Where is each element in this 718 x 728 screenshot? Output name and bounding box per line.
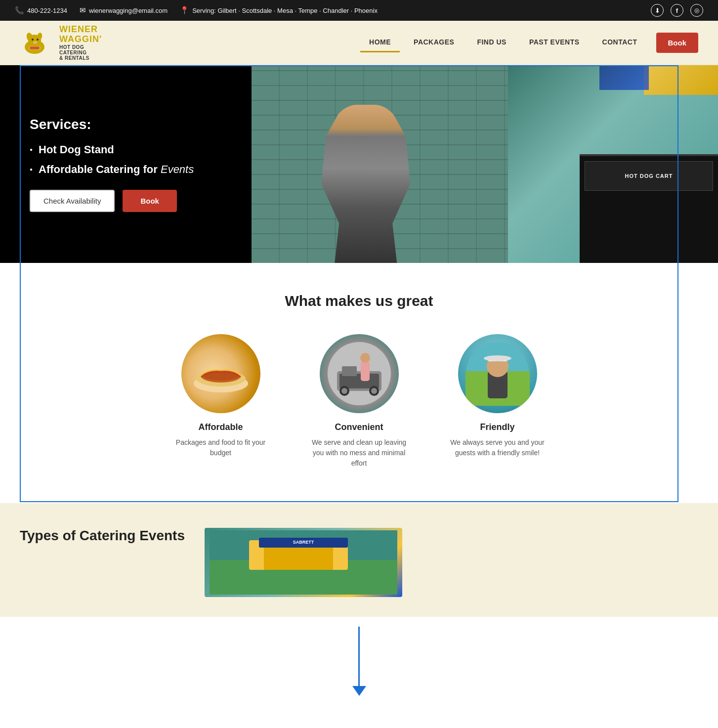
card-img-friendly: [458, 334, 537, 413]
top-bar-right: ⬇ f ◎: [651, 4, 703, 17]
nav-contact[interactable]: CONTACT: [593, 33, 646, 52]
serving-text: Serving: Gilbert · Scottsdale · Mesa · T…: [192, 7, 378, 14]
top-bar-left: 📞 480-222-1234 ✉ wienerwagging@email.com…: [15, 6, 636, 15]
svg-rect-32: [264, 545, 333, 570]
hotdog-svg: [189, 351, 253, 396]
phone-item: 📞 480-222-1234: [15, 6, 67, 15]
nav-past-events[interactable]: PAST EVENTS: [520, 33, 589, 52]
email-link[interactable]: wienerwagging@email.com: [89, 7, 168, 14]
svg-point-18: [341, 388, 347, 394]
bullet-1: ●: [30, 147, 33, 152]
email-icon: ✉: [80, 6, 86, 15]
card-title-affordable: Affordable: [171, 422, 270, 432]
types-text: Types of Catering Events: [20, 528, 185, 554]
types-img-svg: SABRETT: [210, 530, 397, 595]
card-img-affordable: [181, 334, 260, 413]
types-title: Types of Catering Events: [20, 528, 185, 544]
facebook-icon[interactable]: f: [671, 4, 683, 17]
download-icon[interactable]: ⬇: [651, 4, 664, 17]
logo: WIENERWAGGIN' HOT DOGCATERING& RENTALS: [20, 25, 102, 61]
top-bar: 📞 480-222-1234 ✉ wienerwagging@email.com…: [0, 0, 718, 21]
nav-links: HOME PACKAGES FIND US PAST EVENTS CONTAC…: [360, 33, 698, 53]
location-icon: 📍: [180, 6, 189, 15]
section-types: Types of Catering Events SABRETT: [0, 503, 718, 617]
phone-number[interactable]: 480-222-1234: [27, 7, 67, 14]
types-preview-image: SABRETT: [205, 528, 402, 597]
logo-svg: [20, 28, 54, 58]
nav-home[interactable]: HOME: [360, 33, 400, 52]
card-desc-convenient: We serve and clean up leaving you with n…: [310, 437, 409, 469]
instagram-icon[interactable]: ◎: [690, 4, 703, 17]
card-convenient: Convenient We serve and clean up leaving…: [310, 334, 409, 469]
banner-yellow: [644, 65, 718, 95]
check-availability-button[interactable]: Check Availability: [30, 190, 115, 212]
hero-section: HOT DOG CART Services: ● Hot Dog Stand ●…: [0, 65, 718, 263]
types-content: Types of Catering Events SABRETT: [20, 528, 698, 597]
email-item: ✉ wienerwagging@email.com: [80, 6, 168, 15]
nav-book-button[interactable]: Book: [656, 33, 699, 53]
arrow-line: [358, 627, 360, 686]
person-svg: [465, 342, 530, 406]
card-title-convenient: Convenient: [310, 422, 409, 432]
card-affordable: Affordable Packages and food to fit your…: [171, 334, 270, 469]
svg-point-5: [37, 39, 39, 41]
truck-svg: [327, 342, 391, 406]
services-title: Services:: [30, 117, 194, 132]
logo-icon: [20, 28, 54, 58]
phone-icon: 📞: [15, 6, 24, 15]
svg-point-20: [371, 388, 377, 394]
bullet-2: ●: [30, 167, 33, 172]
card-friendly: Friendly We always serve you and your gu…: [448, 334, 547, 469]
cards-row: Affordable Packages and food to fit your…: [20, 334, 698, 469]
hero-photo: HOT DOG CART: [252, 65, 718, 263]
svg-rect-8: [30, 46, 40, 49]
svg-point-22: [360, 353, 370, 363]
blue-arrow: [352, 627, 366, 696]
card-img-convenient: [320, 334, 399, 413]
card-desc-friendly: We always serve you and your guests with…: [448, 437, 547, 458]
great-title: What makes us great: [20, 293, 698, 309]
service-1-text: Hot Dog Stand: [39, 143, 114, 156]
brand-name: WIENERWAGGIN': [59, 25, 102, 44]
svg-point-28: [484, 355, 511, 361]
book-button[interactable]: Book: [123, 190, 177, 212]
svg-point-4: [32, 39, 34, 41]
navigation: WIENERWAGGIN' HOT DOGCATERING& RENTALS H…: [0, 21, 718, 65]
location-item: 📍 Serving: Gilbert · Scottsdale · Mesa ·…: [180, 6, 378, 15]
svg-rect-21: [361, 361, 370, 381]
hotdog-cart: HOT DOG CART: [580, 154, 718, 263]
card-title-friendly: Friendly: [448, 422, 547, 432]
selected-region: HOT DOG CART Services: ● Hot Dog Stand ●…: [0, 65, 718, 503]
svg-point-6: [33, 41, 37, 43]
banner-blue: [599, 65, 649, 90]
brand-sub: HOT DOGCATERING& RENTALS: [59, 44, 102, 61]
service-2-text: Affordable Catering for Events: [39, 163, 194, 176]
nav-packages[interactable]: PACKAGES: [405, 33, 463, 52]
arrow-head: [352, 686, 366, 696]
nav-find-us[interactable]: FIND US: [468, 33, 515, 52]
card-desc-affordable: Packages and food to fit your budget: [171, 437, 270, 458]
cart-sign: HOT DOG CART: [585, 161, 713, 191]
service-item-1: ● Hot Dog Stand: [30, 143, 194, 156]
hero-content: Services: ● Hot Dog Stand ● Affordable C…: [0, 117, 223, 212]
hero-buttons: Check Availability Book: [30, 190, 194, 212]
section-great: What makes us great Affordable Pack: [0, 263, 718, 503]
svg-text:SABRETT: SABRETT: [293, 540, 314, 545]
arrow-container: [0, 617, 718, 701]
svg-rect-16: [342, 366, 357, 376]
service-item-2: ● Affordable Catering for Events: [30, 163, 194, 176]
logo-text: WIENERWAGGIN' HOT DOGCATERING& RENTALS: [59, 25, 102, 61]
